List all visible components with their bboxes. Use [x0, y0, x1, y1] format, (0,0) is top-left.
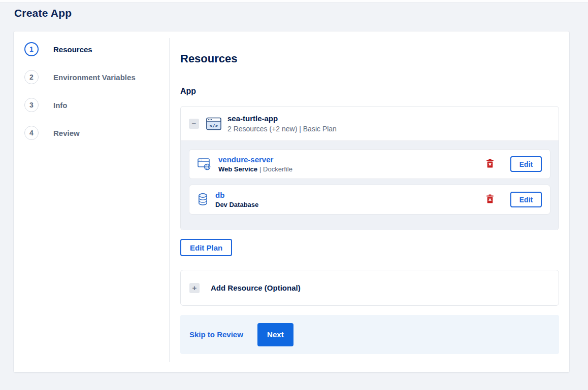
- footer-action-bar: Skip to Review Next: [180, 315, 559, 354]
- resource-name-link[interactable]: db: [215, 191, 260, 199]
- resource-subtitle: Web Service| Dockerfile: [218, 165, 292, 173]
- top-strip: [0, 0, 588, 3]
- resource-name-link[interactable]: vendure-server: [218, 155, 292, 164]
- plus-icon: +: [192, 284, 197, 292]
- trash-icon: [486, 194, 494, 205]
- step-number-badge: 2: [24, 70, 39, 84]
- next-button[interactable]: Next: [257, 323, 293, 346]
- svg-text:</>: </>: [209, 122, 218, 128]
- step-number-badge: 4: [24, 126, 39, 140]
- app-group-resource-list: vendure-server Web Service| Dockerfile: [181, 140, 559, 230]
- app-group-summary: 2 Resources (+2 new) | Basic Plan: [227, 125, 337, 133]
- minus-icon: −: [192, 120, 197, 127]
- create-app-card: 1 Resources 2 Environment Variables 3 In…: [13, 31, 570, 373]
- resource-type: Web Service: [218, 165, 257, 173]
- edit-resource-button[interactable]: Edit: [510, 156, 542, 172]
- step-resources[interactable]: 1 Resources: [14, 42, 170, 56]
- step-number-badge: 3: [24, 98, 39, 112]
- database-icon: [198, 193, 208, 206]
- collapse-button[interactable]: −: [189, 119, 199, 129]
- content-heading: Resources: [180, 52, 559, 65]
- page-title: Create App: [14, 7, 588, 19]
- step-info[interactable]: 3 Info: [14, 98, 170, 112]
- skip-to-review-link[interactable]: Skip to Review: [189, 330, 243, 339]
- resource-row-db: db Dev Database: [189, 185, 550, 215]
- step-environment-variables[interactable]: 2 Environment Variables: [14, 70, 170, 84]
- step-label: Review: [53, 129, 80, 137]
- app-section-label: App: [180, 87, 559, 96]
- step-number-badge: 1: [24, 42, 39, 56]
- add-resource-card[interactable]: + Add Resource (Optional): [180, 270, 559, 306]
- resource-type: Dev Database: [215, 201, 258, 208]
- trash-icon: [486, 159, 494, 170]
- resource-subtitle: Dev Database: [215, 201, 260, 208]
- resource-titles: vendure-server Web Service| Dockerfile: [218, 155, 292, 173]
- resource-detail: | Dockerfile: [259, 165, 292, 173]
- step-label: Info: [53, 101, 68, 110]
- app-window-icon: </>: [206, 117, 221, 130]
- stepper-sidebar: 1 Resources 2 Environment Variables 3 In…: [14, 31, 170, 372]
- add-resource-label: Add Resource (Optional): [211, 283, 301, 292]
- delete-resource-button[interactable]: [485, 158, 495, 171]
- app-group-titles: sea-turtle-app 2 Resources (+2 new) | Ba…: [227, 114, 337, 133]
- add-resource-expand-button[interactable]: +: [189, 283, 200, 293]
- resources-step-content: Resources App − </>: [170, 31, 569, 372]
- delete-resource-button[interactable]: [485, 193, 495, 206]
- app-group-card: − </> sea-turtle-app 2 Resources: [180, 106, 559, 230]
- edit-resource-button[interactable]: Edit: [510, 192, 542, 207]
- sidebar-divider: [169, 38, 170, 362]
- resource-row-vendure-server: vendure-server Web Service| Dockerfile: [189, 149, 550, 179]
- step-label: Environment Variables: [53, 73, 136, 82]
- edit-plan-button[interactable]: Edit Plan: [180, 239, 232, 256]
- app-group-name: sea-turtle-app: [227, 114, 337, 123]
- resource-titles: db Dev Database: [215, 191, 260, 208]
- step-label: Resources: [53, 45, 92, 54]
- step-review[interactable]: 4 Review: [14, 126, 170, 140]
- app-group-header: − </> sea-turtle-app 2 Resources: [181, 107, 559, 140]
- web-service-icon: [198, 158, 211, 170]
